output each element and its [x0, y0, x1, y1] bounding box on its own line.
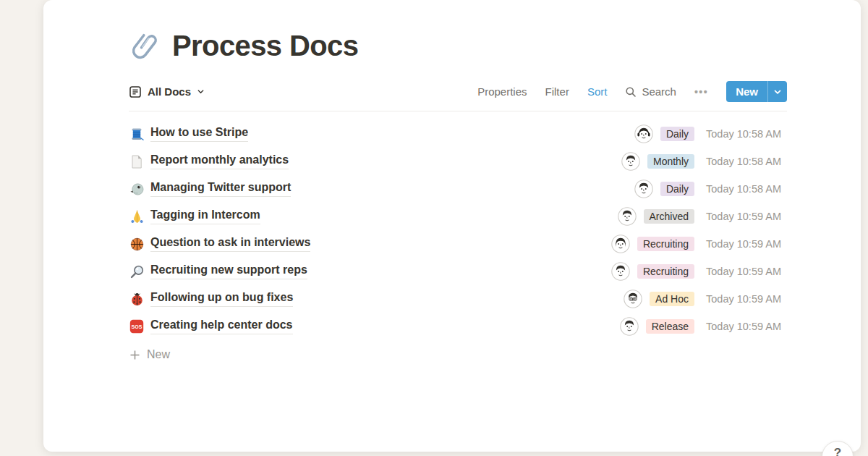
- database-toolbar: All Docs Properties Filter Sort Search •…: [129, 81, 787, 111]
- avatar-person-headphones: [634, 124, 653, 143]
- status-tag[interactable]: Ad Hoc: [650, 292, 694, 306]
- properties-button[interactable]: Properties: [477, 85, 527, 98]
- paperclip-icon[interactable]: [129, 29, 162, 62]
- avatar-person: [634, 180, 653, 198]
- status-tag[interactable]: Recruiting: [637, 237, 694, 251]
- status-tag[interactable]: Daily: [660, 182, 694, 196]
- table-row: Following up on bug fixes Ad Hoc Today 1…: [129, 285, 787, 313]
- folded-hands-icon: [129, 208, 145, 224]
- table-row: Tagging in Intercom Archived Today 10:59…: [129, 203, 787, 230]
- search-icon: [625, 86, 637, 98]
- person-and-tag: Recruiting: [599, 235, 694, 253]
- avatar-person: [621, 152, 640, 171]
- edited-timestamp: Today 10:59 AM: [706, 321, 787, 332]
- doc-title-link[interactable]: Question to ask in interviews: [150, 236, 310, 251]
- new-button-dropdown[interactable]: [767, 81, 787, 102]
- table-row: Report monthly analytics Monthly Today 1…: [129, 148, 787, 175]
- table-row: SOS Creating help center docs Release To…: [129, 313, 787, 340]
- edited-timestamp: Today 10:58 AM: [706, 128, 787, 140]
- edited-timestamp: Today 10:58 AM: [706, 156, 787, 167]
- edited-timestamp: Today 10:59 AM: [706, 266, 787, 277]
- main-canvas: Process Docs All Docs Properties Filter …: [43, 0, 861, 452]
- table-row: How to use Stripe Daily Today 10:58 AM: [129, 120, 787, 148]
- person-and-tag: Archived: [599, 207, 694, 226]
- person-and-tag: Monthly: [599, 152, 694, 171]
- status-tag[interactable]: Archived: [644, 209, 694, 224]
- view-selector-all-docs[interactable]: All Docs: [129, 85, 205, 98]
- person-and-tag: Ad Hoc: [599, 290, 694, 308]
- table-row: Managing Twitter support Daily Today 10:…: [129, 175, 787, 203]
- table-row: Question to ask in interviews Recruiting…: [129, 230, 787, 258]
- filter-button[interactable]: Filter: [545, 85, 569, 98]
- avatar-person-glasses: [624, 290, 642, 308]
- table-row: Recruiting new support reps Recruiting T…: [129, 258, 787, 285]
- more-options-button[interactable]: •••: [694, 86, 708, 98]
- magnifying-glass-icon: [129, 263, 145, 279]
- thread-spool-icon: [129, 126, 145, 142]
- page-header: Process Docs: [129, 29, 787, 62]
- chevron-down-icon: [197, 88, 205, 96]
- doc-title-link[interactable]: Tagging in Intercom: [150, 208, 260, 224]
- svg-text:SOS: SOS: [132, 324, 142, 329]
- avatar-woman: [611, 235, 630, 253]
- doc-title-link[interactable]: Report monthly analytics: [150, 153, 289, 169]
- doc-title-link[interactable]: How to use Stripe: [150, 126, 248, 141]
- search-button[interactable]: Search: [625, 85, 676, 98]
- avatar-person: [620, 317, 639, 336]
- search-label: Search: [642, 85, 676, 98]
- add-new-row-label: New: [147, 348, 170, 361]
- person-and-tag: Daily: [599, 180, 694, 198]
- edited-timestamp: Today 10:59 AM: [706, 238, 787, 250]
- basketball-icon: [129, 236, 145, 252]
- edited-timestamp: Today 10:59 AM: [706, 293, 787, 305]
- doc-title-link[interactable]: Creating help center docs: [150, 318, 293, 334]
- page-title: Process Docs: [172, 30, 358, 62]
- status-tag[interactable]: Release: [646, 319, 694, 334]
- status-tag[interactable]: Monthly: [647, 154, 694, 169]
- new-button[interactable]: New: [726, 81, 767, 102]
- lady-beetle-icon: [129, 291, 145, 307]
- avatar-person: [611, 262, 630, 281]
- bird-icon: [129, 181, 145, 197]
- person-and-tag: Release: [599, 317, 694, 336]
- view-selector-label: All Docs: [148, 85, 191, 98]
- doc-title-link[interactable]: Following up on bug fixes: [150, 291, 293, 306]
- person-and-tag: Recruiting: [599, 262, 694, 281]
- add-new-row-button[interactable]: New: [129, 341, 787, 368]
- avatar-person: [618, 207, 637, 226]
- chevron-down-white-icon: [773, 88, 782, 96]
- doc-list: How to use Stripe Daily Today 10:58 AM R…: [129, 120, 787, 340]
- sort-button[interactable]: Sort: [587, 85, 608, 98]
- doc-list-icon: [129, 85, 142, 98]
- person-and-tag: Daily: [599, 124, 694, 143]
- status-tag[interactable]: Recruiting: [637, 264, 694, 279]
- status-tag[interactable]: Daily: [660, 127, 694, 141]
- doc-title-link[interactable]: Recruiting new support reps: [150, 263, 307, 279]
- plus-icon: [129, 349, 140, 360]
- bookmark-tabs-icon: [129, 153, 145, 169]
- sos-icon: SOS: [129, 318, 145, 334]
- edited-timestamp: Today 10:59 AM: [706, 211, 787, 222]
- doc-title-link[interactable]: Managing Twitter support: [150, 181, 291, 196]
- new-button-group: New: [726, 81, 787, 102]
- edited-timestamp: Today 10:58 AM: [706, 183, 787, 195]
